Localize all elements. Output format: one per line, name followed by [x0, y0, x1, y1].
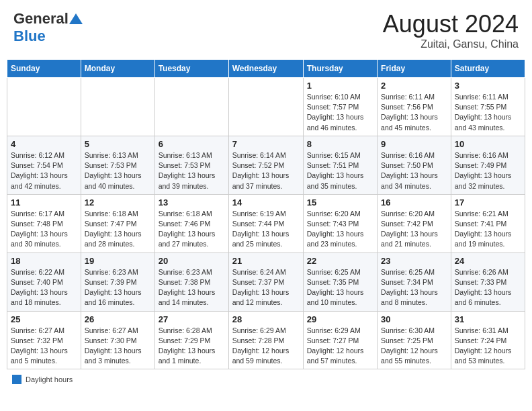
calendar-cell: 9Sunrise: 6:16 AM Sunset: 7:50 PM Daylig…	[378, 136, 451, 194]
day-number: 17	[455, 197, 521, 208]
month-year: August 2024	[383, 10, 519, 38]
calendar-week-2: 4Sunrise: 6:12 AM Sunset: 7:54 PM Daylig…	[7, 136, 525, 194]
day-number: 11	[11, 197, 77, 208]
day-number: 26	[85, 314, 151, 324]
day-number: 8	[307, 139, 373, 149]
calendar-cell: 15Sunrise: 6:20 AM Sunset: 7:43 PM Dayli…	[303, 194, 377, 253]
calendar-cell	[7, 78, 81, 136]
day-info: Sunrise: 6:18 AM Sunset: 7:46 PM Dayligh…	[159, 209, 225, 250]
day-number: 25	[11, 314, 77, 324]
calendar-cell	[81, 78, 154, 136]
weekday-header-wednesday: Wednesday	[228, 60, 303, 78]
page-header: General Blue August 2024 Zuitai, Gansu, …	[7, 7, 525, 54]
day-info: Sunrise: 6:10 AM Sunset: 7:57 PM Dayligh…	[307, 92, 373, 133]
day-info: Sunrise: 6:20 AM Sunset: 7:43 PM Dayligh…	[307, 209, 373, 250]
calendar-cell: 4Sunrise: 6:12 AM Sunset: 7:54 PM Daylig…	[7, 136, 81, 194]
calendar-cell	[154, 78, 228, 136]
weekday-header-thursday: Thursday	[303, 60, 377, 78]
legend-color-box	[12, 375, 21, 384]
day-info: Sunrise: 6:25 AM Sunset: 7:35 PM Dayligh…	[307, 267, 373, 308]
calendar-cell: 12Sunrise: 6:18 AM Sunset: 7:47 PM Dayli…	[81, 194, 154, 253]
day-number: 4	[11, 139, 77, 149]
calendar-cell: 21Sunrise: 6:24 AM Sunset: 7:37 PM Dayli…	[228, 253, 303, 311]
weekday-header-row: SundayMondayTuesdayWednesdayThursdayFrid…	[7, 60, 525, 78]
calendar: SundayMondayTuesdayWednesdayThursdayFrid…	[7, 59, 525, 369]
weekday-header-sunday: Sunday	[7, 60, 81, 78]
day-info: Sunrise: 6:27 AM Sunset: 7:30 PM Dayligh…	[85, 326, 151, 367]
logo: General Blue	[13, 10, 84, 45]
day-info: Sunrise: 6:23 AM Sunset: 7:39 PM Dayligh…	[85, 267, 151, 308]
day-info: Sunrise: 6:17 AM Sunset: 7:48 PM Dayligh…	[11, 209, 77, 250]
day-info: Sunrise: 6:19 AM Sunset: 7:44 PM Dayligh…	[232, 209, 300, 250]
legend: Daylight hours	[7, 375, 525, 384]
day-number: 24	[455, 256, 521, 266]
day-info: Sunrise: 6:28 AM Sunset: 7:29 PM Dayligh…	[159, 326, 225, 367]
day-number: 15	[307, 197, 373, 208]
calendar-cell: 22Sunrise: 6:25 AM Sunset: 7:35 PM Dayli…	[303, 253, 377, 311]
weekday-header-saturday: Saturday	[451, 60, 525, 78]
calendar-cell: 17Sunrise: 6:21 AM Sunset: 7:41 PM Dayli…	[451, 194, 525, 253]
day-number: 13	[159, 197, 225, 208]
day-info: Sunrise: 6:15 AM Sunset: 7:51 PM Dayligh…	[307, 150, 373, 191]
day-info: Sunrise: 6:12 AM Sunset: 7:54 PM Dayligh…	[11, 150, 77, 191]
calendar-cell: 28Sunrise: 6:29 AM Sunset: 7:28 PM Dayli…	[228, 311, 303, 369]
day-number: 5	[85, 139, 151, 149]
day-number: 23	[381, 256, 447, 266]
svg-marker-0	[69, 13, 83, 24]
calendar-cell: 14Sunrise: 6:19 AM Sunset: 7:44 PM Dayli…	[228, 194, 303, 253]
calendar-cell: 10Sunrise: 6:16 AM Sunset: 7:49 PM Dayli…	[451, 136, 525, 194]
day-info: Sunrise: 6:11 AM Sunset: 7:56 PM Dayligh…	[381, 92, 447, 133]
day-number: 27	[159, 314, 225, 324]
calendar-cell	[228, 78, 303, 136]
day-info: Sunrise: 6:18 AM Sunset: 7:47 PM Dayligh…	[85, 209, 151, 250]
calendar-cell: 13Sunrise: 6:18 AM Sunset: 7:46 PM Dayli…	[154, 194, 228, 253]
calendar-week-1: 1Sunrise: 6:10 AM Sunset: 7:57 PM Daylig…	[7, 78, 525, 136]
day-number: 7	[232, 139, 300, 149]
day-number: 28	[232, 314, 300, 324]
day-number: 9	[381, 139, 447, 149]
day-number: 20	[159, 256, 225, 266]
calendar-cell: 26Sunrise: 6:27 AM Sunset: 7:30 PM Dayli…	[81, 311, 154, 369]
calendar-cell: 8Sunrise: 6:15 AM Sunset: 7:51 PM Daylig…	[303, 136, 377, 194]
logo-triangle-icon	[69, 13, 83, 24]
day-info: Sunrise: 6:21 AM Sunset: 7:41 PM Dayligh…	[455, 209, 521, 250]
calendar-cell: 7Sunrise: 6:14 AM Sunset: 7:52 PM Daylig…	[228, 136, 303, 194]
calendar-cell: 16Sunrise: 6:20 AM Sunset: 7:42 PM Dayli…	[378, 194, 451, 253]
day-number: 16	[381, 197, 447, 208]
day-info: Sunrise: 6:22 AM Sunset: 7:40 PM Dayligh…	[11, 267, 77, 308]
title-block: August 2024 Zuitai, Gansu, China	[383, 10, 519, 50]
day-number: 29	[307, 314, 373, 324]
day-info: Sunrise: 6:13 AM Sunset: 7:53 PM Dayligh…	[159, 150, 225, 191]
calendar-cell: 18Sunrise: 6:22 AM Sunset: 7:40 PM Dayli…	[7, 253, 81, 311]
day-number: 12	[85, 197, 151, 208]
calendar-cell: 24Sunrise: 6:26 AM Sunset: 7:33 PM Dayli…	[451, 253, 525, 311]
calendar-cell: 25Sunrise: 6:27 AM Sunset: 7:32 PM Dayli…	[7, 311, 81, 369]
weekday-header-monday: Monday	[81, 60, 154, 78]
day-number: 22	[307, 256, 373, 266]
legend-label: Daylight hours	[26, 375, 73, 383]
day-number: 21	[232, 256, 300, 266]
calendar-cell: 20Sunrise: 6:23 AM Sunset: 7:38 PM Dayli…	[154, 253, 228, 311]
calendar-week-3: 11Sunrise: 6:17 AM Sunset: 7:48 PM Dayli…	[7, 194, 525, 253]
day-info: Sunrise: 6:23 AM Sunset: 7:38 PM Dayligh…	[159, 267, 225, 308]
calendar-cell: 6Sunrise: 6:13 AM Sunset: 7:53 PM Daylig…	[154, 136, 228, 194]
day-info: Sunrise: 6:29 AM Sunset: 7:27 PM Dayligh…	[307, 326, 373, 367]
logo-general: General	[13, 10, 69, 28]
day-number: 6	[159, 139, 225, 149]
calendar-cell: 31Sunrise: 6:31 AM Sunset: 7:24 PM Dayli…	[451, 311, 525, 369]
calendar-cell: 30Sunrise: 6:30 AM Sunset: 7:25 PM Dayli…	[378, 311, 451, 369]
calendar-cell: 3Sunrise: 6:11 AM Sunset: 7:55 PM Daylig…	[451, 78, 525, 136]
day-info: Sunrise: 6:27 AM Sunset: 7:32 PM Dayligh…	[11, 326, 77, 367]
day-info: Sunrise: 6:13 AM Sunset: 7:53 PM Dayligh…	[85, 150, 151, 191]
day-info: Sunrise: 6:26 AM Sunset: 7:33 PM Dayligh…	[455, 267, 521, 308]
logo-blue: Blue	[13, 28, 46, 45]
calendar-cell: 23Sunrise: 6:25 AM Sunset: 7:34 PM Dayli…	[378, 253, 451, 311]
day-number: 19	[85, 256, 151, 266]
location: Zuitai, Gansu, China	[383, 38, 519, 50]
calendar-cell: 5Sunrise: 6:13 AM Sunset: 7:53 PM Daylig…	[81, 136, 154, 194]
weekday-header-tuesday: Tuesday	[154, 60, 228, 78]
day-number: 10	[455, 139, 521, 149]
day-info: Sunrise: 6:14 AM Sunset: 7:52 PM Dayligh…	[232, 150, 300, 191]
weekday-header-friday: Friday	[378, 60, 451, 78]
day-info: Sunrise: 6:11 AM Sunset: 7:55 PM Dayligh…	[455, 92, 521, 133]
